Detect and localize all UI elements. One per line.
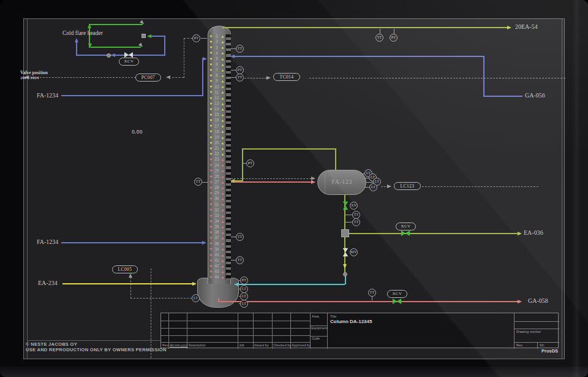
tray-row: ▼35▲ — [209, 224, 225, 230]
tray-row: ▼17▲ — [209, 123, 225, 129]
tray-row: ▼5▲ — [209, 56, 225, 62]
tray-number: 13 — [213, 102, 221, 106]
tray-number: 42 — [213, 264, 221, 268]
tt-bubble[interactable]: TT — [375, 34, 383, 42]
xv-bubble[interactable]: XV — [350, 202, 358, 210]
pc007-tag[interactable]: PC007 — [135, 74, 161, 82]
mv-bubble[interactable]: MV — [350, 248, 358, 256]
xcv-ga058-valve[interactable] — [393, 299, 401, 304]
tray-down-arrow: ▼ — [209, 63, 213, 66]
tt-bubble[interactable]: TT — [236, 45, 244, 53]
tray-number: 29 — [213, 191, 221, 196]
tray-row: ▼38▲ — [209, 241, 225, 246]
tt-bubble[interactable]: TT — [352, 218, 360, 226]
lt-bubble[interactable]: LT — [369, 183, 377, 191]
tray-down-arrow: ▼ — [209, 80, 213, 83]
pt-bubble[interactable]: PT — [192, 34, 200, 42]
pt-bubble[interactable]: PT — [240, 276, 248, 284]
tray-row: ▼24▲ — [209, 162, 225, 168]
tray-number: 22 — [213, 152, 221, 156]
tt-bubble[interactable]: TT — [194, 178, 202, 186]
tray-number: 6 — [213, 63, 221, 67]
lt-bubble[interactable]: LT — [240, 300, 248, 308]
pt-bubble[interactable]: PT — [390, 34, 398, 42]
tray-number: 19 — [213, 135, 221, 140]
junction-block — [341, 229, 349, 237]
tc014-tag[interactable]: TC014 — [273, 73, 300, 81]
instrument-stem — [231, 48, 236, 49]
tray-down-arrow: ▼ — [209, 142, 213, 145]
xcv-flare-tag[interactable]: XCV — [119, 58, 139, 66]
tray-number: 38 — [213, 242, 221, 246]
tray-number: 18 — [213, 130, 221, 134]
instrument-stem — [231, 77, 236, 78]
tray-up-arrow: ▲ — [221, 74, 225, 77]
tray-up-arrow: ▲ — [221, 35, 225, 38]
xcv-ga058-tag[interactable]: XCV — [387, 290, 407, 298]
ga056-drop — [483, 56, 484, 96]
pt-bubble[interactable]: PT — [246, 159, 254, 167]
tray-number: 4 — [213, 51, 221, 56]
tray-row: ▼44▲ — [209, 275, 225, 280]
valve-glyph — [343, 202, 349, 210]
ea54-label: 20EA-54 — [515, 23, 538, 30]
tray-down-arrow: ▼ — [209, 158, 213, 161]
tt-bubble[interactable]: TT — [368, 289, 376, 297]
tray-down-arrow: ▼ — [209, 113, 213, 116]
tray-up-arrow: ▲ — [221, 136, 225, 139]
instrument-stem — [231, 260, 236, 261]
tray-number: 14 — [213, 107, 221, 112]
drum-label: FA-123 — [317, 178, 366, 185]
tt-bubble[interactable]: TT — [236, 233, 244, 241]
tray-row: ▼30▲ — [209, 196, 225, 202]
instrument-stem — [366, 182, 373, 183]
tray-up-arrow: ▲ — [221, 153, 225, 156]
tt-bubble[interactable]: TT — [236, 256, 244, 264]
tray-down-arrow: ▼ — [209, 208, 213, 211]
flare-blue-link — [151, 36, 165, 37]
monitor-screen: XCV Cold flare header PC007 PT Valve pos… — [0, 0, 588, 377]
tray-down-arrow: ▼ — [209, 51, 213, 55]
tray-row: ▼26▲ — [209, 174, 225, 180]
pumparound-return-riser — [242, 149, 243, 181]
tray-up-arrow: ▲ — [221, 175, 225, 178]
tray-up-arrow: ▲ — [221, 119, 225, 122]
xcv-flare-valve[interactable] — [124, 52, 133, 58]
tray-down-arrow: ▼ — [209, 35, 213, 38]
ea036-label: EA-036 — [524, 229, 543, 236]
tray-down-arrow: ▼ — [209, 186, 213, 189]
lt-bubble[interactable]: LT — [192, 294, 200, 302]
signal-arrow-up — [129, 273, 132, 278]
xcv-ea036-valve[interactable] — [401, 230, 410, 236]
mv-valve[interactable] — [343, 248, 349, 257]
reboiler-return-drop — [345, 275, 346, 284]
xcv-ea036-tag[interactable]: XCV — [396, 223, 416, 230]
flow-arrow-right — [518, 300, 522, 303]
tray-down-arrow: ▼ — [209, 242, 213, 245]
draw-line-red — [231, 181, 311, 183]
tray-up-arrow: ▲ — [221, 46, 225, 49]
tray-row: ▼15▲ — [209, 112, 225, 118]
column-trays: ▼1▲▼2▲▼3▲▼4▲▼5▲▼6▲▼7▲▼8▲▼9▲▼10▲▼11▲▼12▲▼… — [209, 34, 225, 280]
signal-line — [244, 78, 266, 78]
instrument-stem — [231, 237, 236, 237]
flow-arrow-left — [230, 55, 235, 58]
elevation-label: 0.00 — [132, 129, 143, 135]
tray-number: 7 — [213, 68, 221, 72]
tray-row: ▼8▲ — [209, 73, 225, 78]
xv-valve[interactable] — [343, 202, 349, 210]
tray-down-arrow: ▼ — [209, 237, 213, 240]
lc123-tag[interactable]: LC123 — [394, 182, 421, 190]
tray-number: 24 — [213, 164, 221, 168]
flare-line-bottom — [91, 47, 141, 48]
tray-row: ▼37▲ — [209, 235, 225, 241]
tray-row: ▼10▲ — [209, 84, 225, 89]
tray-down-arrow: ▼ — [209, 164, 213, 167]
lc005-tag[interactable]: LC005 — [112, 265, 138, 273]
tb-issued-label: Issued by — [254, 344, 269, 348]
tray-down-arrow: ▼ — [209, 58, 213, 61]
tb-sheet-label: Sh. — [540, 344, 545, 348]
tray-up-arrow: ▲ — [221, 102, 225, 105]
tt-bubble[interactable]: TT — [236, 74, 244, 82]
tray-down-arrow: ▼ — [209, 97, 213, 100]
